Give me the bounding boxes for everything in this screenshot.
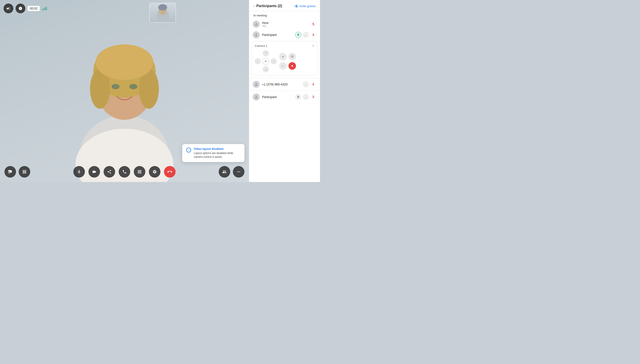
participant-row-2: Participant … (249, 92, 320, 102)
end-call-button[interactable] (164, 166, 175, 178)
announcement-button[interactable] (4, 4, 13, 13)
mute-button[interactable] (73, 166, 85, 178)
divider-2 (249, 90, 320, 91)
participant-2-more-button[interactable]: … (303, 94, 309, 100)
camera-add-button[interactable]: + (279, 53, 287, 60)
settings-button[interactable] (149, 166, 160, 178)
invite-guests-button[interactable]: Invite guests (294, 4, 316, 8)
video-button[interactable] (88, 166, 100, 178)
phone-info: +1 (379) 865-4320 (262, 82, 303, 86)
self-view-thumbnail (149, 3, 176, 23)
phone-avatar (253, 81, 260, 88)
camera-reset-button[interactable] (288, 53, 296, 60)
ptz-right-button[interactable]: › (271, 58, 277, 64)
phone-more-button[interactable]: … (303, 81, 309, 88)
toast-body: Layout options are disabled while camera… (194, 151, 241, 159)
camera-control-active-button[interactable] (295, 32, 301, 38)
ptz-pad: ⌃ ‹ › ⌄ (255, 50, 277, 72)
camera-control-panel: Camera 1 ↗ ⌃ ‹ › ⌄ + (252, 41, 317, 75)
sidebar-header: › Participants (2) Invite guests (249, 0, 320, 11)
participant-1-actions: … (295, 32, 316, 38)
phone-number: +1 (379) 865-4320 (262, 82, 303, 86)
participant-1-mute-button[interactable] (310, 32, 316, 38)
camera-minus-button[interactable]: − (279, 62, 287, 70)
host-info: Host You (262, 21, 310, 27)
camera-controls: ⌃ ‹ › ⌄ + − (255, 50, 314, 72)
host-role: You (262, 25, 310, 27)
toast-title: Video layout disabled (194, 147, 241, 150)
svg-point-12 (158, 4, 167, 10)
top-controls: 00:02 (4, 4, 47, 13)
participant-2-actions: … (295, 94, 316, 100)
phone-button[interactable] (119, 166, 130, 178)
phone-actions: … (303, 81, 316, 88)
video-area: 00:02 (0, 0, 249, 182)
info-button[interactable] (16, 4, 25, 13)
svg-point-8 (112, 84, 120, 89)
phone-mute-button[interactable] (310, 81, 316, 88)
camera-zoom-controls: + − (279, 50, 296, 72)
participant-2-camera-button[interactable] (295, 94, 301, 100)
ptz-center-button[interactable] (262, 58, 269, 65)
host-name: Host (262, 21, 310, 25)
collapse-icon[interactable]: › (254, 4, 255, 8)
call-timer: 00:02 (28, 6, 40, 11)
signal-indicator (42, 7, 47, 10)
participant-2-avatar (253, 94, 260, 100)
participant-1-info: Participant (262, 33, 295, 36)
bottom-toolbar (0, 166, 249, 178)
divider-1 (249, 78, 320, 78)
grid-button[interactable] (134, 166, 145, 178)
svg-point-7 (96, 44, 153, 80)
ptz-up-button[interactable]: ⌃ (263, 50, 269, 56)
participant-2-info: Participant (262, 95, 295, 99)
participant-2-mute-button[interactable] (310, 94, 316, 100)
sidebar: › Participants (2) Invite guests In meet… (249, 0, 320, 182)
participant-row-1: Participant … (249, 30, 320, 40)
share-button[interactable] (104, 166, 115, 178)
ptz-down-button[interactable]: ⌄ (263, 66, 269, 72)
sidebar-title: Participants (2) (257, 4, 282, 8)
participant-2-name: Participant (262, 95, 295, 99)
toast-notification: i Video layout disabled Layout options a… (182, 144, 245, 162)
host-mute-button[interactable] (310, 21, 316, 27)
participant-1-name: Participant (262, 33, 295, 36)
ptz-left-button[interactable]: ‹ (255, 58, 261, 64)
participant-row-phone: +1 (379) 865-4320 … (249, 79, 320, 90)
in-meeting-label: In meeting (249, 11, 320, 19)
svg-point-9 (129, 84, 137, 89)
participant-1-more-button[interactable]: … (303, 32, 309, 38)
info-icon: i (186, 148, 191, 152)
participant-1-avatar (253, 31, 260, 38)
host-actions (310, 21, 316, 27)
camera-stop-button[interactable] (288, 62, 296, 70)
svg-rect-13 (292, 65, 293, 66)
expand-icon[interactable]: ↗ (312, 44, 314, 48)
camera-panel-title: Camera 1 (255, 44, 267, 48)
host-avatar (253, 21, 260, 28)
participant-row-host: Host You (249, 19, 320, 30)
